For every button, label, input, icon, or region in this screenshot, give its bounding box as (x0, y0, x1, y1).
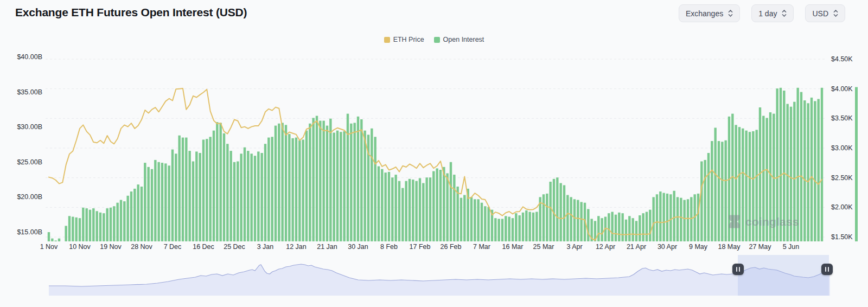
oi-bar (264, 144, 266, 241)
x-axis-tick: 25 Mar (533, 244, 554, 251)
x-axis-tick: 25 Dec (224, 244, 245, 251)
x-axis-tick: 26 Feb (441, 244, 462, 251)
oi-bar (147, 167, 149, 241)
x-axis-tick: 18 May (718, 244, 740, 251)
navigator-left-handle[interactable] (732, 264, 744, 275)
oi-bar (477, 199, 479, 241)
oi-bar (487, 207, 489, 241)
oi-bar (615, 215, 617, 241)
oi-bar (680, 198, 682, 241)
oi-bar (58, 239, 60, 241)
oi-bar (168, 165, 170, 241)
oi-bar (542, 194, 545, 241)
oi-bar (810, 98, 813, 241)
oi-bar (360, 119, 362, 241)
oi-bar (563, 185, 565, 241)
right-axis-tick: $3.50K (831, 115, 853, 122)
oi-bar (752, 131, 754, 241)
oi-bar (796, 88, 799, 241)
oi-bar (724, 140, 726, 241)
oi-bar (92, 208, 94, 241)
oi-bar (223, 133, 225, 241)
oi-bar (219, 123, 221, 241)
oi-bar (141, 187, 143, 241)
oi-bar (343, 131, 345, 241)
oi-bar (271, 137, 273, 241)
oi-bar (353, 123, 355, 241)
oi-bar (700, 162, 703, 241)
oi-bar (82, 208, 84, 241)
oi-bar (573, 199, 576, 241)
oi-bar (305, 131, 308, 241)
oi-bar (202, 139, 205, 241)
x-axis-tick: 7 Mar (473, 244, 490, 251)
oi-bar (642, 213, 644, 241)
oi-bar (707, 153, 710, 241)
navigator-right-handle[interactable] (821, 264, 833, 275)
oi-bar (195, 151, 197, 241)
oi-bar (769, 112, 771, 241)
handle-grip-icon (736, 267, 737, 272)
oi-bar (357, 117, 359, 241)
main-chart[interactable] (0, 0, 868, 307)
right-axis-tick: $2.50K (831, 174, 853, 181)
oi-bar (597, 216, 599, 241)
oi-bar (625, 220, 627, 241)
x-axis-tick: 3 Apr (566, 244, 582, 251)
oi-bar (505, 216, 507, 241)
oi-bar (415, 181, 417, 241)
oi-bar (240, 154, 242, 241)
oi-bar (137, 184, 139, 241)
oi-bar (546, 194, 548, 241)
right-axis-tick: $2.00K (831, 204, 853, 211)
oi-bar-latest (855, 87, 858, 241)
oi-bar (662, 193, 665, 241)
oi-bar (363, 131, 366, 241)
oi-bar (580, 202, 582, 241)
x-axis-tick: 16 Mar (502, 244, 524, 251)
navigator-area[interactable] (49, 255, 830, 296)
handle-grip-icon (828, 267, 829, 272)
x-axis-tick: 8 Feb (380, 244, 398, 251)
oi-bar (209, 137, 211, 241)
navigator-selection[interactable] (738, 255, 829, 296)
oi-bar (780, 88, 782, 241)
oi-bar (649, 210, 651, 241)
oi-bar (666, 194, 668, 241)
oi-bar (673, 191, 675, 241)
oi-bar (749, 132, 751, 241)
right-axis-tick: $1.50K (831, 234, 853, 241)
oi-bar (532, 213, 534, 241)
oi-bar (570, 197, 572, 241)
x-axis-tick: 16 Dec (193, 244, 214, 251)
oi-bar (133, 189, 136, 241)
oi-bar (120, 200, 122, 241)
oi-bar (765, 118, 768, 241)
oi-bar (51, 239, 53, 241)
oi-bar (391, 177, 393, 241)
oi-bar (206, 139, 208, 241)
oi-bar (549, 182, 551, 241)
oi-bar (75, 218, 77, 241)
oi-bar (85, 208, 87, 241)
oi-bar (762, 116, 764, 241)
oi-bar (814, 101, 816, 241)
oi-bar (742, 129, 744, 241)
oi-bar (422, 183, 424, 241)
oi-bar (175, 154, 177, 241)
oi-bar (278, 124, 280, 241)
x-axis-tick: 30 Apr (658, 244, 677, 251)
oi-bar (412, 180, 414, 241)
oi-bar (285, 125, 287, 241)
oi-bar (95, 211, 98, 241)
oi-bar (687, 199, 689, 241)
oi-bar (631, 218, 634, 241)
oi-bar (326, 126, 328, 241)
oi-bar (436, 168, 438, 241)
oi-bar (635, 221, 637, 241)
oi-bar (676, 197, 679, 241)
oi-bar (566, 195, 569, 241)
oi-bar (309, 124, 311, 241)
oi-bar (247, 151, 249, 241)
oi-bar (803, 100, 806, 241)
